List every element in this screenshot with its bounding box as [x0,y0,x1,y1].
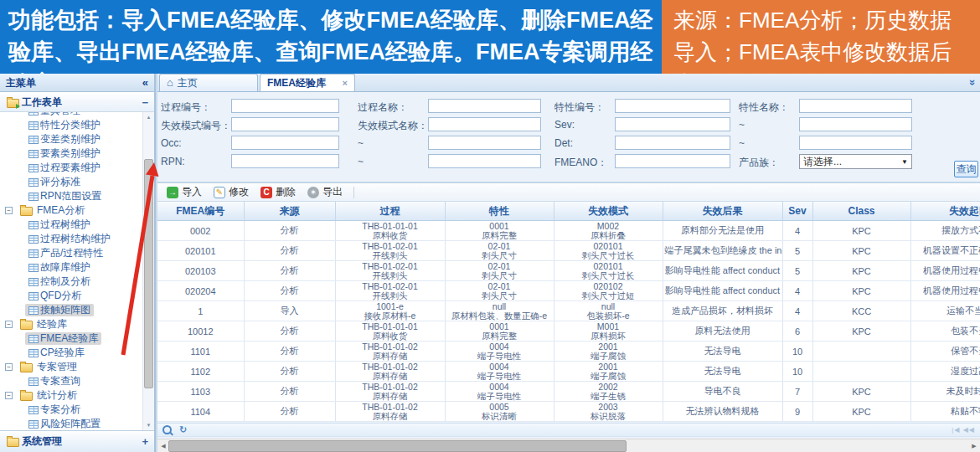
collapse-node-icon[interactable]: − [5,207,13,214]
collapse-node-icon[interactable]: − [5,363,13,371]
sidebar-item-scoring-standard[interactable]: 评分标准 [0,175,154,189]
collapse-panel-icon[interactable]: − [142,96,148,109]
scroll-down-icon[interactable]: ▼ [143,420,154,430]
panel-system-management[interactable]: 系统管理 + [0,430,154,452]
sidebar-item-statistics-analysis[interactable]: −统计分析 [0,388,154,403]
scrollbar-thumb[interactable] [144,159,153,388]
sidebar-scrollbar[interactable]: ▲ ▼ [142,112,154,430]
column-header[interactable]: Sev [782,202,812,221]
sidebar-item-characteristic-category-maintain[interactable]: 特性分类维护 [0,118,154,132]
search-icon[interactable] [162,425,172,434]
sidebar-item-process-element-maintain[interactable]: 过程要素维护 [0,161,154,175]
table-cell: null包装损坏-e [554,301,663,321]
scroll-left-icon[interactable]: ◀ [157,439,169,452]
sidebar-item-process-tree-structure-maintain[interactable]: 过程树结构维护 [0,232,154,246]
sidebar-item-risk-matrix-config[interactable]: 风险矩阵配置 [0,417,154,430]
sidebar-item-rpn-range-setting[interactable]: RPN范围设置 [0,189,154,203]
sidebar-item-gauge-management[interactable]: 量具管理 [0,112,154,118]
table-cell: THB-01-01-02原料存储 [335,402,445,422]
table-cell: 4 [782,301,812,321]
table-row[interactable]: 10012分析THB-01-01-01原料收货0001原料完整M001原料损坏原… [157,321,980,342]
field-det-to-input[interactable] [799,136,912,150]
delete-button[interactable]: C删除 [255,185,302,199]
horizontal-scrollbar[interactable]: ◀ ▶ [157,439,980,452]
field-fmeano-input[interactable] [615,154,730,168]
table-row[interactable]: 1103分析THB-01-01-02原料存储0004端子导电性2002端子生锈导… [157,382,980,402]
expand-panel-icon[interactable]: + [142,435,148,448]
table-row[interactable]: 020101分析THB-01-02-01开线剥头02-01剥头尺寸020101剥… [157,241,980,261]
query-button[interactable]: 查询 [954,161,978,177]
sidebar-item-element-category-maintain[interactable]: 要素类别维护 [0,146,154,161]
refresh-icon[interactable]: ↻ [179,424,187,435]
field-failure-mode-code-input[interactable] [231,117,339,131]
table-row[interactable]: 1102分析THB-01-01-02原料存储0004端子导电性2001端子腐蚀无… [157,362,980,382]
sidebar-item-failure-library-maintain[interactable]: 故障库维护 [0,260,154,275]
table-cell: 分析 [244,362,335,382]
sidebar-title: 主菜单 [6,74,36,91]
field-failure-mode-name-input[interactable] [428,117,541,131]
tab-fmea-experience-library[interactable]: FMEA经验库 × [260,74,355,91]
table-icon [28,164,39,172]
sidebar-item-variation-category-maintain[interactable]: 变差类别维护 [0,132,154,146]
close-tab-icon[interactable]: × [343,74,348,91]
sidebar-item-fmea-experience-library[interactable]: FMEA经验库 [0,331,154,346]
table-row[interactable]: 020204分析THB-01-02-01开线剥头02-01剥头尺寸020102剥… [157,281,980,301]
column-header[interactable]: 失效后果 [663,202,782,221]
field-sev-to-input[interactable] [799,117,912,131]
field-rpn-to-input[interactable] [428,154,541,168]
collapse-sidebar-icon[interactable]: « [142,74,148,91]
chevron-double-down-icon[interactable]: » [967,80,979,85]
field-process-name-input[interactable] [428,99,541,113]
export-button[interactable]: ✶导出 [302,185,348,199]
grid-footer: ↻ |◀ ◀◀ [157,423,980,437]
table-row[interactable]: 020103分析THB-01-02-01开线剥头02-01剥头尺寸020101剥… [157,261,980,281]
scroll-right-icon[interactable]: ▶ [968,439,980,452]
column-header[interactable]: 特性 [445,202,554,221]
sidebar-item-fmea-analysis[interactable]: −FMEA分析 [0,203,154,218]
pager-icons[interactable]: |◀ ◀◀ [952,426,975,434]
import-button[interactable]: →导入 [161,185,208,199]
scroll-up-icon[interactable]: ▲ [143,112,154,122]
sidebar-item-project-query[interactable]: 专案查询 [0,374,154,388]
table-cell: 0004端子导电性 [445,362,554,382]
sidebar-item-project-analysis[interactable]: 专案分析 [0,403,154,417]
field-sev-from-input[interactable] [615,117,730,131]
collapse-node-icon[interactable]: − [5,392,13,399]
column-header[interactable]: FMEA编号 [157,202,244,221]
sidebar-item-project-management[interactable]: −专案管理 [0,360,154,374]
edit-button[interactable]: ✎修改 [208,185,255,199]
table-row[interactable]: 1导入1001-e接收原材料-enull原材料包装、数量正确-enull包装损坏… [157,301,980,321]
table-row[interactable]: 1101分析THB-01-01-02原料存储0004端子导电性2001端子腐蚀无… [157,342,980,362]
collapse-node-icon[interactable]: − [5,321,13,328]
column-header[interactable]: 失效模式 [554,202,663,221]
column-header[interactable]: 失效起因 [910,202,980,221]
field-occ-to-input[interactable] [428,136,541,150]
table-cell: 2002端子生锈 [554,382,663,402]
column-header[interactable]: 过程 [335,202,445,221]
field-det-from-input[interactable] [615,136,730,150]
scrollbar-thumb[interactable] [168,440,627,452]
sidebar-item-process-tree-maintain[interactable]: 过程树维护 [0,218,154,232]
sidebar-item-contact-matrix[interactable]: 接触矩阵图 [0,303,154,317]
field-rpn-from-input[interactable] [231,154,339,168]
table-row[interactable]: 0002分析THB-01-01-01原料收货0001原料完整M002原料折叠原料… [157,221,980,241]
table-cell: 020204 [157,281,244,301]
table-cell: 0004端子导电性 [445,382,554,402]
field-characteristic-code-input[interactable] [615,99,730,113]
field-characteristic-name-input[interactable] [799,99,912,113]
table-row[interactable]: 1104分析THB-01-01-02原料存储0005标识清晰2003标识脱落无法… [157,402,980,422]
sidebar-item-control-and-analysis[interactable]: 控制及分析 [0,275,154,289]
sidebar-item-qfd-analysis[interactable]: QFD分析 [0,289,154,303]
field-occ-from-input[interactable] [231,136,339,150]
sidebar-item-cp-experience-library[interactable]: CP经验库 [0,346,154,360]
column-header[interactable]: Class [812,202,910,221]
sidebar-item-product-process-characteristic[interactable]: 产品/过程特性 [0,246,154,260]
sidebar-item-experience-library[interactable]: −经验库 [0,317,154,331]
tab-label: 主页 [178,74,198,91]
field-product-family-select[interactable]: 请选择...▼ [799,154,912,169]
field-process-code-input[interactable] [231,99,339,113]
tab-home[interactable]: ⌂ 主页 [159,74,258,91]
panel-worksheet-forms[interactable]: 工作表单 − [0,93,154,112]
table-cell: KPC [812,402,910,422]
column-header[interactable]: 来源 [244,202,335,221]
